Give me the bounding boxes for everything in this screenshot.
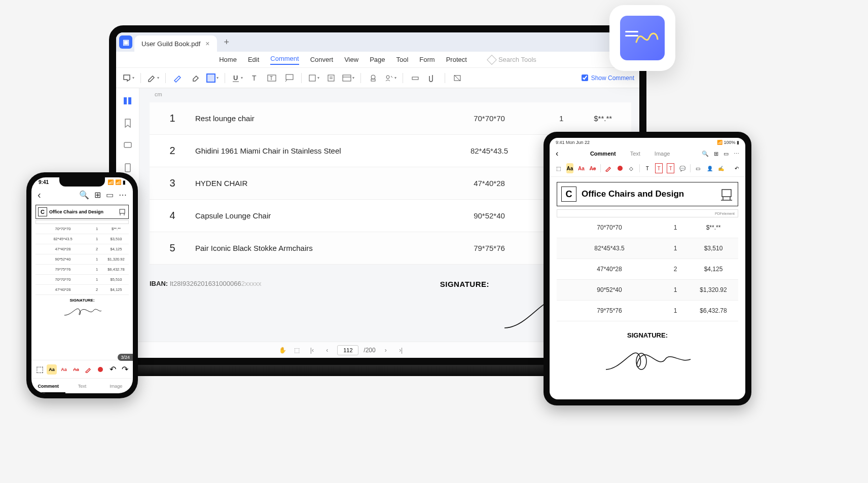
- search-icon[interactable]: 🔍: [702, 151, 709, 157]
- strikethrough-aa-icon[interactable]: Ae: [589, 163, 597, 173]
- textbox-tool-icon[interactable]: T: [655, 163, 663, 173]
- prev-page-icon[interactable]: ‹: [322, 345, 332, 355]
- tablet-status-bar: 9:41 Mon Jun 22 📶 100% ▮: [550, 138, 745, 147]
- underline-aa-icon[interactable]: Aa: [577, 163, 585, 173]
- menu-edit[interactable]: Edit: [248, 56, 259, 63]
- menu-view[interactable]: View: [344, 56, 358, 63]
- select-tool-icon[interactable]: ⬚: [555, 163, 562, 173]
- menu-comment[interactable]: Comment: [270, 55, 299, 65]
- text-tool-icon[interactable]: T: [247, 71, 262, 85]
- note-tool-icon[interactable]: 💬: [678, 163, 686, 173]
- tab-text[interactable]: Text: [65, 379, 99, 393]
- svg-rect-31: [722, 190, 731, 197]
- highlight-tool-icon[interactable]: ▾: [146, 71, 160, 85]
- menu-home[interactable]: Home: [219, 56, 237, 63]
- back-icon[interactable]: ‹: [38, 189, 41, 201]
- callout-tool-icon[interactable]: [282, 71, 296, 85]
- svg-rect-6: [309, 75, 315, 81]
- eraser-tool-icon[interactable]: [188, 71, 202, 85]
- menu-page[interactable]: Page: [370, 56, 385, 63]
- eraser-icon[interactable]: ◇: [628, 163, 635, 173]
- menu-convert[interactable]: Convert: [310, 56, 334, 63]
- svg-rect-5: [286, 75, 293, 80]
- strikethrough-aa-icon[interactable]: Aa: [71, 364, 81, 375]
- menu-tool[interactable]: Tool: [396, 56, 409, 63]
- signature-icon: [62, 303, 102, 318]
- tab-comment[interactable]: Comment: [590, 151, 616, 157]
- svg-rect-10: [343, 75, 351, 81]
- tab-comment[interactable]: Comment: [31, 379, 65, 393]
- color-dot-icon[interactable]: [617, 163, 624, 173]
- hand-tool-icon[interactable]: ✋: [277, 345, 287, 355]
- signature-tool-icon[interactable]: ▾: [383, 71, 397, 85]
- color-dot-icon[interactable]: [95, 364, 105, 375]
- svg-line-17: [454, 75, 460, 81]
- callout-tool-icon[interactable]: T: [667, 163, 674, 173]
- phone-document[interactable]: C Office Chairs and Design 70*70*701$**.…: [31, 205, 133, 360]
- undo-icon[interactable]: ↶: [733, 163, 740, 173]
- first-page-icon[interactable]: |‹: [307, 345, 317, 355]
- search-icon[interactable]: 🔍: [79, 190, 89, 200]
- menu-form[interactable]: Form: [419, 56, 435, 63]
- more-icon[interactable]: ⋯: [119, 190, 127, 200]
- shape-tool-icon[interactable]: ▾: [307, 71, 321, 85]
- underline-tool-icon[interactable]: U▾: [230, 71, 244, 85]
- undo-icon[interactable]: ↶: [107, 364, 118, 375]
- phone-device: 9:41📶 📶 ▮ ‹ 🔍 ⊞ ▭ ⋯ C Office Chairs and …: [26, 172, 138, 398]
- attachment-tool-icon[interactable]: [425, 71, 440, 85]
- next-page-icon[interactable]: ›: [381, 345, 391, 355]
- tablet-document[interactable]: C Office Chairs and Design PDFelement 70…: [550, 177, 745, 399]
- search-tools[interactable]: Search Tools: [488, 56, 536, 63]
- app-launcher-icon: [609, 5, 675, 71]
- back-icon[interactable]: ‹: [556, 149, 558, 158]
- show-comment-toggle[interactable]: Show Comment: [582, 75, 634, 82]
- show-comment-checkbox[interactable]: [582, 75, 588, 81]
- svg-text:T: T: [270, 76, 273, 81]
- last-page-icon[interactable]: ›|: [396, 345, 406, 355]
- grid-icon[interactable]: ⊞: [94, 190, 101, 200]
- table-row: 79*75*761$6,432.78: [557, 301, 738, 321]
- sticky-note-icon[interactable]: [324, 71, 338, 85]
- new-tab-button[interactable]: +: [219, 37, 235, 48]
- phone-table: 70*70*701$**.** 82*45*43.51$3,510 47*40*…: [35, 224, 129, 295]
- comments-panel-icon[interactable]: [121, 139, 134, 152]
- hide-comments-icon[interactable]: [450, 71, 464, 85]
- table-row: 79*75*761$6,432.78: [35, 265, 129, 275]
- tab-image[interactable]: Image: [655, 151, 670, 157]
- stamp-tool-icon[interactable]: 👤: [706, 163, 713, 173]
- bookmark-icon[interactable]: ▭: [724, 151, 729, 157]
- tab-text[interactable]: Text: [630, 151, 640, 157]
- more-icon[interactable]: ⋯: [734, 151, 739, 157]
- select-tool-icon[interactable]: ⬚: [292, 345, 302, 355]
- highlight-aa-icon[interactable]: Aa: [47, 364, 57, 375]
- area-highlight-icon[interactable]: ▾: [341, 71, 355, 85]
- thumbnails-panel-icon[interactable]: [121, 94, 134, 107]
- signature-tool-icon[interactable]: ✍: [717, 163, 725, 173]
- tab-image[interactable]: Image: [99, 379, 133, 393]
- textbox-tool-icon[interactable]: T: [265, 71, 279, 85]
- menu-protect[interactable]: Protect: [446, 56, 467, 63]
- bookmark-icon[interactable]: ▭: [106, 190, 114, 200]
- phone-nav-bar: ‹ 🔍 ⊞ ▭ ⋯: [31, 185, 133, 205]
- stamp-tool-icon[interactable]: [366, 71, 380, 85]
- select-tool-icon[interactable]: ⬚: [34, 364, 45, 375]
- redo-icon[interactable]: ↷: [120, 364, 130, 375]
- shape-tool-icon[interactable]: ▭: [695, 163, 702, 173]
- note-tool-icon[interactable]: ▾: [121, 71, 135, 85]
- chair-icon: [118, 208, 126, 216]
- pencil-tool-icon[interactable]: [171, 71, 185, 85]
- bookmarks-panel-icon[interactable]: [121, 117, 134, 130]
- page-number-input[interactable]: [337, 345, 358, 355]
- svg-rect-26: [120, 209, 125, 213]
- grid-icon[interactable]: ⊞: [714, 151, 718, 157]
- close-tab-icon[interactable]: ×: [205, 40, 209, 48]
- measure-tool-icon[interactable]: [408, 71, 422, 85]
- pencil-icon[interactable]: [83, 364, 93, 375]
- document-tab[interactable]: User Guild Book.pdf ×: [134, 35, 217, 52]
- color-picker[interactable]: ▾: [205, 71, 220, 85]
- pencil-icon[interactable]: [605, 163, 612, 173]
- highlight-aa-icon[interactable]: Aa: [566, 163, 574, 173]
- underline-aa-icon[interactable]: Aa: [59, 364, 69, 375]
- text-tool-icon[interactable]: T: [644, 163, 652, 173]
- menu-bar: Home Edit Comment Convert View Page Tool…: [116, 52, 639, 68]
